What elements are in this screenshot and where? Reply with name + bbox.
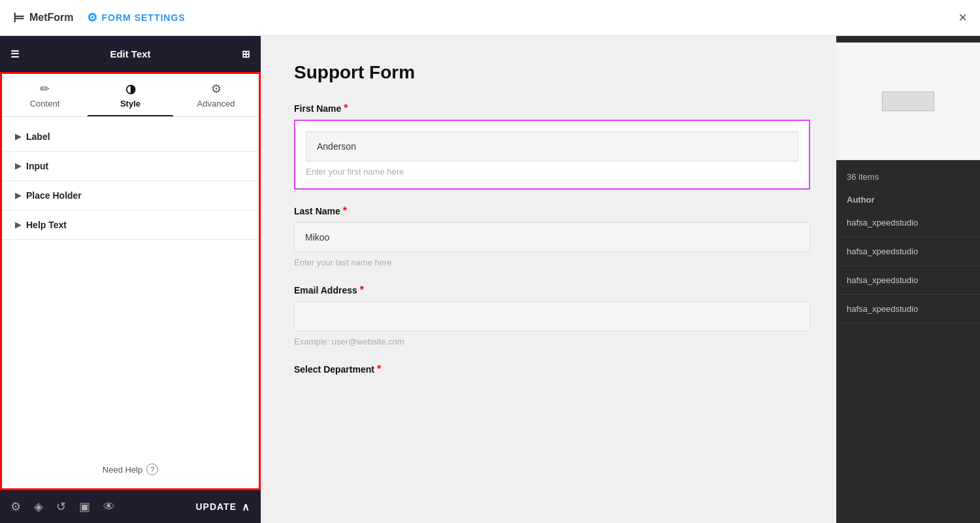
form-title: Support Form: [294, 62, 810, 83]
first-name-input[interactable]: [306, 131, 798, 161]
accordion-helptext-text: Help Text: [26, 220, 67, 230]
arrow-icon: ▶: [15, 161, 21, 171]
accordion-placeholder-text: Place Holder: [26, 190, 82, 201]
layers-tool-icon[interactable]: ◈: [34, 499, 43, 514]
accordion-label-text: Label: [26, 131, 50, 142]
hamburger-icon[interactable]: ☰: [10, 48, 19, 60]
form-settings-label: FORM SETTINGS: [102, 12, 186, 23]
need-help-label: Need Help: [103, 465, 142, 475]
field-department: Select Department *: [294, 363, 810, 375]
main-layout: ☰ Edit Text ⊞ ✏ Content ◑ Style ⚙ Advanc…: [0, 36, 980, 523]
author-entry-4: hafsa_xpeedstudio: [836, 295, 980, 324]
half-circle-icon: ◑: [125, 82, 136, 96]
tab-style-label: Style: [120, 99, 140, 109]
panel-content: ✏ Content ◑ Style ⚙ Advanced ▶ Label: [0, 72, 261, 490]
first-name-highlighted-wrapper: Enter your first name here: [294, 120, 810, 190]
panel-header: ☰ Edit Text ⊞: [0, 36, 261, 72]
logo-icon: ⊨: [13, 10, 24, 25]
first-name-placeholder: Enter your first name here: [306, 165, 798, 178]
logo-text: MetForm: [29, 12, 74, 24]
field-first-name-label: First Name *: [294, 103, 810, 114]
field-first-name: First Name * Enter your first name here: [294, 103, 810, 190]
update-label: UPDATE: [195, 501, 237, 512]
author-entry-1: hafsa_xpeedstudio: [836, 209, 980, 237]
preview-element: [882, 92, 934, 111]
tab-style[interactable]: ◑ Style: [88, 82, 173, 116]
author-entry-3: hafsa_xpeedstudio: [836, 266, 980, 295]
arrow-icon: ▶: [15, 132, 21, 141]
center-panel: Support Form First Name * Enter your fir…: [261, 36, 836, 523]
preview-tool-icon[interactable]: 👁: [103, 500, 115, 514]
last-name-input[interactable]: [294, 222, 810, 252]
required-indicator: *: [344, 103, 348, 114]
arrow-icon: ▶: [15, 220, 21, 229]
accordion-placeholder[interactable]: ▶ Place Holder: [2, 181, 259, 211]
field-last-name-label: Last Name *: [294, 205, 810, 217]
accordion-label[interactable]: ▶ Label: [2, 122, 259, 152]
last-name-placeholder: Enter your last name here: [294, 256, 810, 269]
tab-content[interactable]: ✏ Content: [2, 82, 88, 116]
field-last-name: Last Name * Enter your last name here: [294, 205, 810, 269]
need-help[interactable]: Need Help ?: [2, 450, 259, 488]
top-bar: ⊨ MetForm ⚙ FORM SETTINGS ×: [0, 0, 980, 36]
email-placeholder: Example: user@website.com: [294, 335, 810, 348]
right-panel: 36 items Author hafsa_xpeedstudio hafsa_…: [836, 36, 980, 523]
panel-title: Edit Text: [110, 48, 150, 59]
accordion-input[interactable]: ▶ Input: [2, 152, 259, 181]
bottom-toolbar: ⚙ ◈ ↺ ▣ 👁 UPDATE ∧: [0, 490, 261, 523]
field-email-label: Email Address *: [294, 284, 810, 296]
arrow-icon: ▶: [15, 191, 21, 200]
field-department-label: Select Department *: [294, 363, 810, 375]
close-button[interactable]: ×: [958, 9, 967, 26]
history-tool-icon[interactable]: ↺: [56, 499, 66, 514]
author-label: Author: [836, 187, 980, 209]
left-panel: ☰ Edit Text ⊞ ✏ Content ◑ Style ⚙ Advanc…: [0, 36, 261, 523]
author-entry-2: hafsa_xpeedstudio: [836, 237, 980, 266]
required-indicator: *: [343, 205, 347, 217]
gear-icon: ⚙: [87, 10, 98, 25]
right-panel-preview: [836, 42, 980, 160]
help-circle-icon: ?: [146, 464, 158, 475]
settings-icon: ⚙: [211, 82, 221, 96]
required-indicator: *: [377, 363, 381, 375]
accordion-helptext[interactable]: ▶ Help Text: [2, 211, 259, 240]
tab-advanced-label: Advanced: [197, 99, 235, 109]
email-input[interactable]: [294, 301, 810, 331]
required-indicator: *: [360, 284, 364, 296]
tab-content-label: Content: [30, 99, 60, 109]
pencil-icon: ✏: [40, 82, 50, 96]
tab-advanced[interactable]: ⚙ Advanced: [173, 82, 259, 116]
metform-logo: ⊨ MetForm: [13, 10, 74, 25]
settings-tool-icon[interactable]: ⚙: [10, 499, 21, 514]
update-button[interactable]: UPDATE ∧: [195, 501, 250, 513]
items-count: 36 items: [836, 167, 980, 187]
grid-icon[interactable]: ⊞: [242, 48, 250, 60]
accordion-list: ▶ Label ▶ Input ▶ Place Holder ▶ Help Te…: [2, 117, 259, 245]
chevron-up-icon: ∧: [242, 501, 250, 513]
accordion-input-text: Input: [26, 161, 48, 171]
responsive-tool-icon[interactable]: ▣: [79, 499, 90, 514]
form-settings-button[interactable]: ⚙ FORM SETTINGS: [87, 10, 186, 25]
field-email: Email Address * Example: user@website.co…: [294, 284, 810, 348]
tabs-row: ✏ Content ◑ Style ⚙ Advanced: [2, 74, 259, 117]
